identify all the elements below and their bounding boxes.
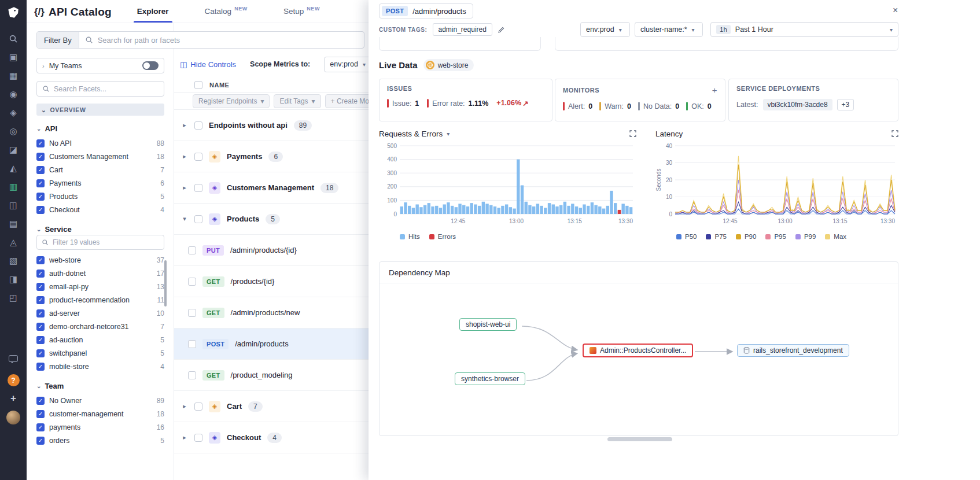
facet-item[interactable]: mobile-store4 — [36, 360, 164, 373]
service-pill[interactable]: web-store — [423, 59, 474, 71]
chevron-right-icon[interactable]: ▸ — [181, 403, 188, 410]
security-icon[interactable]: ◬ — [3, 233, 23, 252]
custom-tag-admin-required[interactable]: admin_required — [433, 23, 492, 36]
my-teams-toggle[interactable] — [142, 61, 159, 70]
checkbox-checked[interactable] — [36, 423, 45, 431]
settings-icon[interactable]: ◰ — [3, 289, 23, 307]
requests-errors-select[interactable]: Requests & Errors ▾ — [379, 130, 450, 138]
legend-item[interactable]: P50 — [676, 233, 697, 240]
deployment-more-chip[interactable]: +3 — [837, 99, 854, 110]
chevron-down-icon[interactable]: ▾ — [181, 215, 188, 223]
expand-icon[interactable] — [891, 130, 898, 137]
network-icon[interactable]: ◫ — [3, 196, 23, 215]
expand-icon[interactable] — [629, 130, 636, 137]
register-endpoints-button[interactable]: Register Endpoints▾ — [193, 94, 270, 108]
facet-item[interactable]: Products5 — [36, 190, 164, 203]
latency-chart[interactable]: 01020304012:4513:0013:1513:30Seconds — [655, 141, 898, 231]
legend-item[interactable]: P95 — [765, 233, 786, 240]
horizontal-scrollbar[interactable] — [607, 437, 672, 441]
edit-pencil-icon[interactable] — [498, 26, 505, 34]
add-monitor-icon[interactable]: + — [712, 85, 717, 95]
checkbox-checked[interactable] — [36, 410, 45, 418]
infrastructure-icon[interactable]: ▣ — [3, 48, 23, 67]
node-synthetics-browser[interactable]: synthetics-browser — [455, 372, 525, 385]
checkbox-checked[interactable] — [36, 256, 45, 264]
checkbox-checked[interactable] — [36, 206, 45, 214]
chevron-right-icon[interactable]: ▸ — [181, 121, 188, 129]
facet-item[interactable]: email-api-py13 — [36, 280, 164, 293]
requests-errors-chart[interactable]: 010020030040050012:4513:0013:1513:30 — [379, 141, 636, 231]
row-checkbox[interactable] — [188, 246, 196, 254]
checkbox-checked[interactable] — [36, 349, 45, 357]
checkbox-checked[interactable] — [36, 336, 45, 344]
facet-item[interactable]: No Owner89 — [36, 394, 164, 407]
api-catalog-icon[interactable]: ▥ — [3, 178, 23, 196]
time-range-dropdown[interactable]: 1h Past 1 Hour ▾ — [710, 22, 898, 37]
overview-section-header[interactable]: ⌄ OVERVIEW — [36, 104, 164, 116]
legend-item[interactable]: P99 — [795, 233, 816, 240]
checkbox-checked[interactable] — [36, 363, 45, 371]
checkbox-checked[interactable] — [36, 296, 45, 304]
facet-item[interactable]: Cart7 — [36, 163, 164, 176]
legend-item[interactable]: Errors — [429, 233, 456, 240]
tab-setup[interactable]: Setup NEW — [280, 0, 323, 23]
legend-item[interactable]: P75 — [706, 233, 726, 240]
checkbox-checked[interactable] — [36, 269, 45, 278]
facet-item[interactable]: switchpanel5 — [36, 346, 164, 360]
workflows-icon[interactable]: ◭ — [3, 159, 23, 178]
database-icon[interactable]: ◨ — [3, 270, 23, 289]
apm-icon[interactable]: ◈ — [3, 104, 23, 122]
facet-search-input[interactable] — [54, 85, 159, 93]
chevron-right-icon[interactable]: ▸ — [181, 434, 188, 441]
node-shopist-web-ui[interactable]: shopist-web-ui — [459, 318, 517, 331]
node-rails-storefront-development[interactable]: rails_storefront_development — [737, 344, 849, 357]
metrics-icon[interactable]: ◉ — [3, 85, 23, 104]
row-checkbox[interactable] — [194, 215, 202, 223]
facet-item[interactable]: auth-dotnet17 — [36, 267, 164, 280]
row-checkbox[interactable] — [188, 371, 196, 379]
facet-scrollbar[interactable] — [164, 260, 167, 307]
name-column-header[interactable]: NAME — [209, 82, 229, 88]
dashboards-icon[interactable]: ▦ — [3, 67, 23, 85]
row-checkbox[interactable] — [194, 153, 202, 161]
facet-item[interactable]: web-store37 — [36, 253, 164, 267]
facet-item[interactable]: payments16 — [36, 420, 164, 434]
row-checkbox[interactable] — [188, 278, 196, 286]
checkbox-checked[interactable] — [36, 437, 45, 445]
row-checkbox[interactable] — [194, 184, 202, 192]
legend-item[interactable]: Max — [825, 233, 846, 240]
invite-icon[interactable]: + — [10, 393, 16, 404]
checkbox-checked[interactable] — [36, 323, 45, 331]
tab-catalog[interactable]: Catalog NEW — [201, 0, 251, 23]
facet-item[interactable]: Checkout4 — [36, 203, 164, 216]
checkbox-checked[interactable] — [36, 179, 45, 187]
datadog-logo[interactable] — [5, 4, 22, 21]
facet-group-service[interactable]: ⌄ Service — [36, 225, 164, 234]
checkbox-checked[interactable] — [36, 193, 45, 201]
logs-icon[interactable]: ▤ — [3, 215, 23, 233]
synthetics-icon[interactable]: ◎ — [3, 122, 23, 141]
hide-controls-button[interactable]: ◫ Hide Controls — [180, 60, 236, 69]
filter-by-button[interactable]: Filter By — [37, 32, 79, 48]
facet-item[interactable]: ad-auction5 — [36, 333, 164, 346]
node-admin-products-controller[interactable]: Admin::ProductsController... — [583, 344, 693, 357]
my-teams-row[interactable]: › My Teams — [36, 58, 164, 73]
checkbox-checked[interactable] — [36, 309, 45, 317]
env-filter-dropdown[interactable]: env:prod ▾ — [580, 22, 630, 37]
dependency-map-canvas[interactable]: shopist-web-ui synthetics-browser Admin:… — [380, 283, 898, 435]
checkbox-checked[interactable] — [36, 153, 45, 161]
chat-icon[interactable] — [3, 349, 23, 368]
facet-item[interactable]: demo-orchard-netcore317 — [36, 320, 164, 333]
tab-explorer[interactable]: Explorer — [134, 0, 172, 23]
ci-icon[interactable]: ▧ — [3, 252, 23, 270]
checkbox-checked[interactable] — [36, 139, 45, 147]
deployment-version-chip[interactable]: vbi3ck10fm-3acde8 — [763, 99, 832, 110]
chevron-right-icon[interactable]: ▸ — [181, 184, 188, 191]
legend-item[interactable]: Hits — [400, 233, 420, 240]
facet-item[interactable]: Payments6 — [36, 176, 164, 190]
search-input[interactable] — [98, 36, 358, 45]
rum-icon[interactable]: ◪ — [3, 141, 23, 159]
facet-item[interactable]: No API88 — [36, 136, 164, 150]
help-icon[interactable]: ? — [8, 374, 20, 386]
service-filter-input[interactable] — [53, 238, 159, 246]
